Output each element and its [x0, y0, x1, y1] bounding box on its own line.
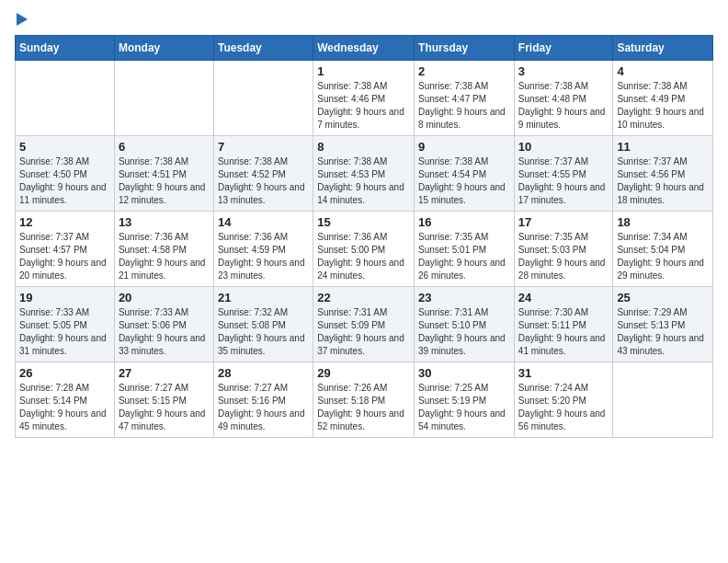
table-row: 4Sunrise: 7:38 AM Sunset: 4:49 PM Daylig… — [613, 61, 713, 136]
day-number: 21 — [218, 291, 309, 304]
table-row: 3Sunrise: 7:38 AM Sunset: 4:48 PM Daylig… — [514, 61, 613, 136]
day-info: Sunrise: 7:26 AM Sunset: 5:18 PM Dayligh… — [317, 382, 410, 433]
day-info: Sunrise: 7:36 AM Sunset: 5:00 PM Dayligh… — [317, 231, 410, 282]
day-number: 2 — [418, 64, 510, 78]
day-info: Sunrise: 7:36 AM Sunset: 4:59 PM Dayligh… — [218, 231, 309, 282]
table-row: 8Sunrise: 7:38 AM Sunset: 4:53 PM Daylig… — [313, 136, 415, 212]
day-info: Sunrise: 7:32 AM Sunset: 5:08 PM Dayligh… — [218, 306, 309, 358]
day-number: 29 — [317, 366, 410, 380]
day-number: 11 — [617, 140, 709, 154]
table-row: 7Sunrise: 7:38 AM Sunset: 4:52 PM Daylig… — [213, 136, 313, 212]
weekday-header-monday: Monday — [114, 36, 213, 61]
weekday-header-sunday: Sunday — [16, 36, 115, 61]
day-number: 8 — [317, 140, 410, 154]
table-row: 1Sunrise: 7:38 AM Sunset: 4:46 PM Daylig… — [313, 61, 415, 136]
table-row: 31Sunrise: 7:24 AM Sunset: 5:20 PM Dayli… — [514, 362, 613, 438]
day-number: 23 — [418, 291, 510, 304]
day-info: Sunrise: 7:36 AM Sunset: 4:58 PM Dayligh… — [119, 231, 210, 282]
table-row: 9Sunrise: 7:38 AM Sunset: 4:54 PM Daylig… — [415, 136, 515, 212]
day-number: 20 — [119, 291, 210, 304]
table-row: 23Sunrise: 7:31 AM Sunset: 5:10 PM Dayli… — [415, 287, 515, 362]
day-info: Sunrise: 7:29 AM Sunset: 5:13 PM Dayligh… — [617, 306, 709, 358]
day-number: 13 — [119, 215, 210, 229]
day-number: 12 — [19, 215, 110, 229]
day-info: Sunrise: 7:33 AM Sunset: 5:05 PM Dayligh… — [19, 306, 110, 358]
table-row: 21Sunrise: 7:32 AM Sunset: 5:08 PM Dayli… — [213, 287, 313, 362]
day-info: Sunrise: 7:35 AM Sunset: 5:01 PM Dayligh… — [418, 231, 510, 282]
table-row: 16Sunrise: 7:35 AM Sunset: 5:01 PM Dayli… — [415, 212, 515, 287]
table-row: 26Sunrise: 7:28 AM Sunset: 5:14 PM Dayli… — [16, 362, 115, 438]
week-row-4: 19Sunrise: 7:33 AM Sunset: 5:05 PM Dayli… — [16, 287, 713, 362]
day-info: Sunrise: 7:37 AM Sunset: 4:56 PM Dayligh… — [617, 155, 709, 207]
day-info: Sunrise: 7:37 AM Sunset: 4:55 PM Dayligh… — [518, 155, 609, 207]
day-info: Sunrise: 7:33 AM Sunset: 5:06 PM Dayligh… — [119, 306, 210, 358]
day-info: Sunrise: 7:35 AM Sunset: 5:03 PM Dayligh… — [518, 231, 609, 282]
day-number: 28 — [218, 366, 309, 380]
table-row: 20Sunrise: 7:33 AM Sunset: 5:06 PM Dayli… — [114, 287, 213, 362]
weekday-header-row: SundayMondayTuesdayWednesdayThursdayFrid… — [16, 36, 713, 61]
weekday-header-friday: Friday — [514, 36, 613, 61]
week-row-2: 5Sunrise: 7:38 AM Sunset: 4:50 PM Daylig… — [16, 136, 713, 212]
day-info: Sunrise: 7:38 AM Sunset: 4:53 PM Dayligh… — [317, 155, 410, 207]
table-row: 10Sunrise: 7:37 AM Sunset: 4:55 PM Dayli… — [514, 136, 613, 212]
day-number: 16 — [418, 215, 510, 229]
day-number: 30 — [418, 366, 510, 380]
weekday-header-wednesday: Wednesday — [313, 36, 415, 61]
day-number: 27 — [119, 366, 210, 380]
table-row — [213, 61, 313, 136]
day-number: 10 — [518, 140, 609, 154]
week-row-1: 1Sunrise: 7:38 AM Sunset: 4:46 PM Daylig… — [16, 61, 713, 136]
day-number: 24 — [518, 291, 609, 304]
day-info: Sunrise: 7:38 AM Sunset: 4:48 PM Dayligh… — [518, 80, 609, 132]
table-row: 17Sunrise: 7:35 AM Sunset: 5:03 PM Dayli… — [514, 212, 613, 287]
day-number: 19 — [19, 291, 110, 304]
table-row: 14Sunrise: 7:36 AM Sunset: 4:59 PM Dayli… — [213, 212, 313, 287]
day-number: 22 — [317, 291, 410, 304]
day-number: 1 — [317, 64, 410, 78]
table-row: 18Sunrise: 7:34 AM Sunset: 5:04 PM Dayli… — [613, 212, 713, 287]
table-row: 24Sunrise: 7:30 AM Sunset: 5:11 PM Dayli… — [514, 287, 613, 362]
table-row: 6Sunrise: 7:38 AM Sunset: 4:51 PM Daylig… — [114, 136, 213, 212]
table-row: 29Sunrise: 7:26 AM Sunset: 5:18 PM Dayli… — [313, 362, 415, 438]
day-number: 31 — [518, 366, 609, 380]
day-info: Sunrise: 7:38 AM Sunset: 4:51 PM Dayligh… — [119, 155, 210, 207]
table-row: 30Sunrise: 7:25 AM Sunset: 5:19 PM Dayli… — [415, 362, 515, 438]
weekday-header-tuesday: Tuesday — [213, 36, 313, 61]
day-info: Sunrise: 7:37 AM Sunset: 4:57 PM Dayligh… — [19, 231, 110, 282]
table-row: 27Sunrise: 7:27 AM Sunset: 5:15 PM Dayli… — [114, 362, 213, 438]
table-row: 25Sunrise: 7:29 AM Sunset: 5:13 PM Dayli… — [613, 287, 713, 362]
day-info: Sunrise: 7:28 AM Sunset: 5:14 PM Dayligh… — [19, 382, 110, 433]
day-info: Sunrise: 7:38 AM Sunset: 4:50 PM Dayligh… — [19, 155, 110, 207]
table-row: 15Sunrise: 7:36 AM Sunset: 5:00 PM Dayli… — [313, 212, 415, 287]
table-row — [16, 61, 115, 136]
logo-arrow-icon — [17, 13, 28, 26]
table-row: 19Sunrise: 7:33 AM Sunset: 5:05 PM Dayli… — [16, 287, 115, 362]
weekday-header-saturday: Saturday — [613, 36, 713, 61]
day-info: Sunrise: 7:34 AM Sunset: 5:04 PM Dayligh… — [617, 231, 709, 282]
table-row: 13Sunrise: 7:36 AM Sunset: 4:58 PM Dayli… — [114, 212, 213, 287]
week-row-5: 26Sunrise: 7:28 AM Sunset: 5:14 PM Dayli… — [16, 362, 713, 438]
table-row — [613, 362, 713, 438]
table-row: 28Sunrise: 7:27 AM Sunset: 5:16 PM Dayli… — [213, 362, 313, 438]
table-row: 22Sunrise: 7:31 AM Sunset: 5:09 PM Dayli… — [313, 287, 415, 362]
table-row — [114, 61, 213, 136]
day-number: 9 — [418, 140, 510, 154]
week-row-3: 12Sunrise: 7:37 AM Sunset: 4:57 PM Dayli… — [16, 212, 713, 287]
page-header — [15, 15, 713, 26]
day-number: 7 — [218, 140, 309, 154]
table-row: 12Sunrise: 7:37 AM Sunset: 4:57 PM Dayli… — [16, 212, 115, 287]
day-number: 26 — [19, 366, 110, 380]
day-info: Sunrise: 7:31 AM Sunset: 5:09 PM Dayligh… — [317, 306, 410, 358]
day-info: Sunrise: 7:38 AM Sunset: 4:49 PM Dayligh… — [617, 80, 709, 132]
day-info: Sunrise: 7:27 AM Sunset: 5:16 PM Dayligh… — [218, 382, 309, 433]
day-info: Sunrise: 7:24 AM Sunset: 5:20 PM Dayligh… — [518, 382, 609, 433]
table-row: 2Sunrise: 7:38 AM Sunset: 4:47 PM Daylig… — [415, 61, 515, 136]
day-info: Sunrise: 7:38 AM Sunset: 4:46 PM Dayligh… — [317, 80, 410, 132]
day-info: Sunrise: 7:25 AM Sunset: 5:19 PM Dayligh… — [418, 382, 510, 433]
weekday-header-thursday: Thursday — [415, 36, 515, 61]
day-number: 6 — [119, 140, 210, 154]
day-info: Sunrise: 7:38 AM Sunset: 4:54 PM Dayligh… — [418, 155, 510, 207]
logo — [15, 15, 28, 26]
day-number: 18 — [617, 215, 709, 229]
day-number: 17 — [518, 215, 609, 229]
